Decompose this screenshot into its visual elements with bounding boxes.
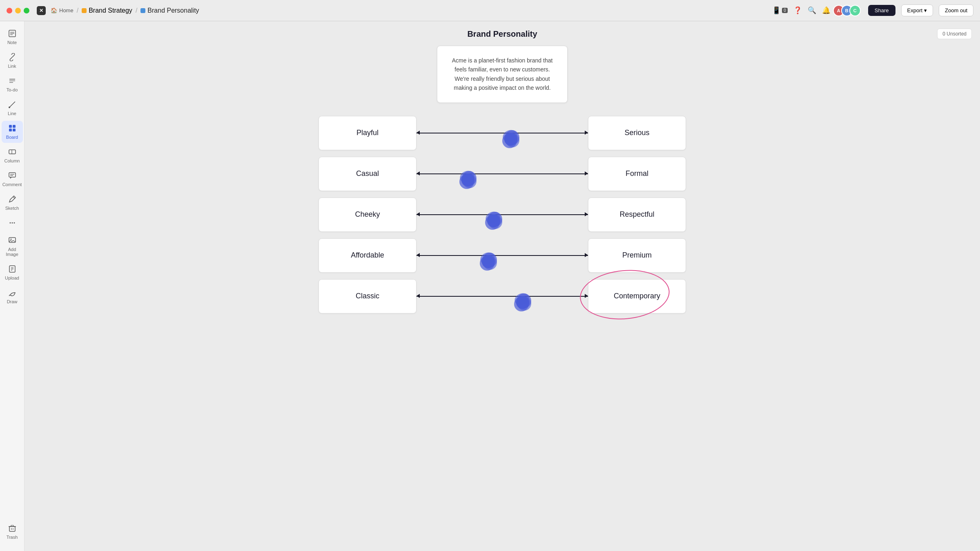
slider-line-2 <box>416 214 588 215</box>
sidebar-sketch-label: Sketch <box>5 206 19 211</box>
slider-right-label-0: Serious <box>588 116 686 150</box>
export-button[interactable]: Export ▾ <box>901 4 933 16</box>
sketch-icon <box>8 195 16 204</box>
sidebar-item-trash[interactable]: Trash <box>2 521 23 543</box>
sidebar-item-draw[interactable]: Draw <box>2 285 23 307</box>
breadcrumb-brand-strategy[interactable]: Brand Strategy <box>82 7 132 14</box>
svg-line-8 <box>9 102 15 107</box>
svg-rect-23 <box>9 238 16 242</box>
slider-right-label-3: Premium <box>588 238 686 273</box>
close-button[interactable] <box>7 8 12 13</box>
sidebar-todo-label: To-do <box>7 87 18 92</box>
slider-rows: PlayfulSeriousCasualFormalCheekyRespectf… <box>318 116 686 313</box>
sidebar-item-add-image[interactable]: Add Image <box>2 233 23 260</box>
line-tool-icon <box>8 100 16 110</box>
slider-line-3 <box>416 255 588 256</box>
note-icon <box>8 29 16 39</box>
slider-row-3: AffordablePremium <box>318 238 686 273</box>
sidebar-item-more[interactable] <box>2 216 23 231</box>
svg-point-21 <box>11 222 13 224</box>
slider-track-2[interactable] <box>416 198 588 232</box>
sidebar-item-sketch[interactable]: Sketch <box>2 192 23 214</box>
comment-icon <box>8 171 16 181</box>
sidebar-item-comment[interactable]: Comment <box>2 168 23 190</box>
svg-rect-10 <box>9 125 12 128</box>
slider-handle-2[interactable] <box>487 214 500 227</box>
svg-point-24 <box>10 239 11 240</box>
slider-right-label-2: Respectful <box>588 198 686 232</box>
search-icon[interactable]: 🔍 <box>808 6 816 15</box>
slider-line-1 <box>416 173 588 174</box>
slider-line-4 <box>416 296 588 297</box>
slider-track-4[interactable] <box>416 279 588 313</box>
sidebar-link-label: Link <box>8 64 16 69</box>
notification-icon[interactable]: 🔔 <box>822 6 831 15</box>
breadcrumb-brand-personality[interactable]: Brand Personality <box>140 7 199 14</box>
svg-rect-16 <box>9 173 16 177</box>
home-breadcrumb[interactable]: 🏠 Home <box>51 7 74 13</box>
trash-icon <box>8 524 16 533</box>
brand-personality-dot <box>140 8 145 13</box>
slider-track-3[interactable] <box>416 238 588 273</box>
sidebar-item-column[interactable]: Column <box>2 144 23 167</box>
svg-rect-13 <box>13 129 16 131</box>
todo-icon <box>8 77 16 86</box>
content-wrapper: Acme is a planet-first fashion brand tha… <box>318 46 686 313</box>
device-icon[interactable]: 📱 0 <box>772 6 788 15</box>
slider-left-label-4: Classic <box>318 279 416 313</box>
slider-right-label-4: Contemporary <box>588 279 686 313</box>
chevron-down-icon: ▾ <box>924 7 927 13</box>
home-icon: 🏠 <box>51 7 57 13</box>
titlebar-right: 📱 0 ❓ 🔍 🔔 A B C Share Export ▾ Zoom out <box>772 4 973 16</box>
svg-rect-14 <box>9 150 16 154</box>
sidebar-item-link[interactable]: Link <box>2 50 23 72</box>
sidebar: Note Link To-do <box>0 21 24 551</box>
slider-track-1[interactable] <box>416 157 588 191</box>
link-icon <box>8 53 16 62</box>
unsorted-badge: 0 Unsorted <box>937 29 972 39</box>
avatar-3: C <box>849 5 861 16</box>
home-label: Home <box>59 7 74 13</box>
sidebar-item-todo[interactable]: To-do <box>2 73 23 96</box>
share-button[interactable]: Share <box>868 5 895 16</box>
svg-rect-29 <box>9 527 15 531</box>
svg-line-4 <box>11 56 13 58</box>
svg-point-9 <box>9 107 10 108</box>
sidebar-item-board[interactable]: Board <box>2 121 23 143</box>
breadcrumb-brand-personality-label: Brand Personality <box>147 7 199 14</box>
canvas-area[interactable]: Brand Personality 0 Unsorted Acme is a p… <box>24 21 980 551</box>
column-icon <box>8 148 16 157</box>
slider-left-label-2: Cheeky <box>318 198 416 232</box>
svg-point-22 <box>13 222 15 224</box>
traffic-lights <box>7 8 29 13</box>
notification-badge: 0 <box>782 8 788 13</box>
slider-handle-4[interactable] <box>516 296 529 309</box>
export-label: Export <box>907 7 923 13</box>
svg-rect-11 <box>13 125 16 128</box>
sidebar-item-line[interactable]: Line <box>2 97 23 119</box>
slider-row-2: CheekyRespectful <box>318 198 686 232</box>
description-text: Acme is a planet-first fashion brand tha… <box>449 56 556 93</box>
sidebar-item-note[interactable]: Note <box>2 26 23 48</box>
breadcrumb-sep-2: / <box>136 7 137 14</box>
sidebar-comment-label: Comment <box>2 182 22 187</box>
minimize-button[interactable] <box>15 8 21 13</box>
slider-track-0[interactable] <box>416 116 588 150</box>
slider-left-label-0: Playful <box>318 116 416 150</box>
main-area: Note Link To-do <box>0 21 980 551</box>
maximize-button[interactable] <box>24 8 29 13</box>
contemporary-wrapper: Contemporary <box>588 279 686 313</box>
sidebar-item-upload[interactable]: Upload <box>2 262 23 284</box>
brand-strategy-dot <box>82 8 87 13</box>
zoom-out-button[interactable]: Zoom out <box>939 4 973 16</box>
sidebar-upload-label: Upload <box>5 276 19 280</box>
help-icon[interactable]: ❓ <box>793 6 802 15</box>
svg-rect-12 <box>9 129 12 131</box>
slider-handle-1[interactable] <box>461 173 474 187</box>
slider-handle-3[interactable] <box>482 255 495 268</box>
sidebar-line-label: Line <box>8 111 16 116</box>
slider-left-label-1: Casual <box>318 157 416 191</box>
more-icon <box>8 219 16 228</box>
slider-handle-0[interactable] <box>504 133 517 146</box>
sidebar-board-label: Board <box>6 135 18 140</box>
